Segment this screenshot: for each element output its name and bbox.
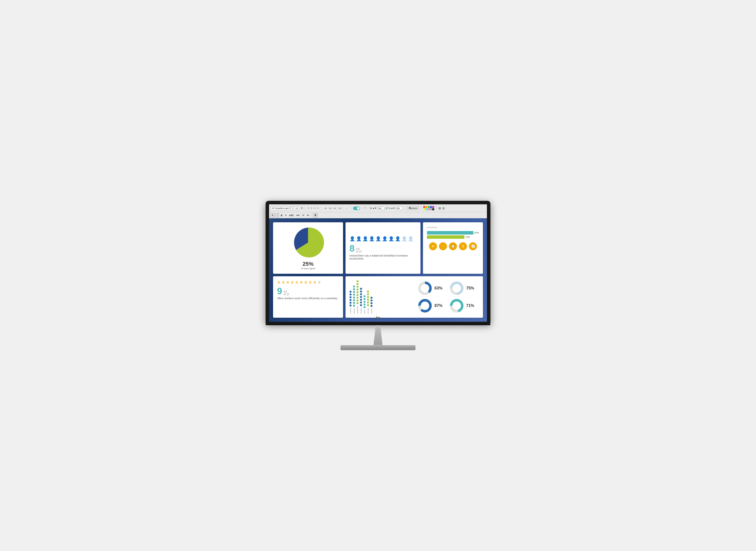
color-cell-gray[interactable] (430, 208, 432, 210)
abc-upper[interactable]: ABC (288, 214, 295, 217)
dot-col-wednesday: wednesday (357, 280, 359, 314)
dots-monday (350, 291, 352, 307)
color-cell-cyan[interactable] (425, 208, 427, 210)
copy-icon[interactable]: ⧉ (442, 206, 445, 210)
dot-donut-card: monday (346, 276, 483, 318)
donut-pct-71: 71% (466, 304, 474, 308)
workers-description: office workers work more efficiently on … (277, 297, 339, 300)
dollar-circle-icon[interactable]: $ (459, 242, 467, 250)
screen: 25% of users agree 👤 👤 👤 👤 👤 👤 👤 (269, 218, 487, 322)
align-right-button[interactable]: ≡ (314, 206, 316, 210)
chart-circle-icon[interactable]: 📈 (469, 242, 477, 250)
donut-svg-75 (449, 281, 464, 296)
color-grid[interactable] (423, 206, 434, 210)
opt-label2: Opt (338, 207, 342, 209)
dropdown-arrow-icon[interactable]: ▼ (289, 207, 291, 209)
color-cell-pink[interactable] (428, 208, 430, 210)
dots-thursday (360, 288, 362, 306)
align-center-button[interactable]: ≡ (310, 206, 313, 210)
dot (371, 300, 373, 302)
content-area: 25% of users agree 👤 👤 👤 👤 👤 👤 👤 (269, 218, 487, 322)
dot (357, 291, 359, 293)
monitor-icon-5: 🖥 (295, 280, 299, 284)
person-icon-6: 👤 (382, 236, 387, 241)
pie-chart-svg (292, 226, 324, 259)
donut-container-87 (417, 298, 432, 313)
person-icon-2: 👤 (356, 236, 362, 241)
gear-circle-icon[interactable]: ⚙ (429, 242, 437, 250)
donut-svg-63 (417, 281, 432, 296)
hp-logo: hp (376, 316, 380, 320)
pie-sublabel: of users agree (301, 267, 315, 270)
width-arrow[interactable]: ▲▼ (373, 207, 377, 209)
dot (353, 297, 355, 299)
dot (367, 299, 369, 301)
color-cell-red[interactable] (423, 206, 425, 208)
dot (353, 302, 355, 304)
dot (350, 291, 352, 293)
width-input[interactable]: Opt (377, 206, 384, 210)
workers-out: out (284, 290, 289, 293)
dot (353, 299, 355, 301)
align-justify-button[interactable]: ≡ (317, 206, 319, 210)
monitor-stand-base (341, 345, 415, 350)
italic-button[interactable]: I (276, 213, 279, 217)
toggle-switch[interactable] (353, 206, 360, 210)
monitor-bottom-bar (266, 324, 490, 325)
list-indent-button[interactable]: ≣ (313, 213, 318, 217)
outdent-button[interactable]: ⇤ (333, 206, 337, 210)
breakfast-stat-card: 👤 👤 👤 👤 👤 👤 👤 👤 👤 👤 8 (346, 222, 420, 274)
dot (360, 288, 362, 290)
monitor-icons-grid: 🖥 🖥 🖥 🖥 🖥 🖥 🖥 🖥 🖥 🖥 (277, 280, 339, 284)
indent-button[interactable]: ⇥ (324, 206, 327, 210)
dot (367, 296, 369, 298)
bar-teal-1 (427, 231, 473, 234)
donut-container-75 (449, 281, 464, 296)
dot (350, 305, 352, 307)
line-chart-icon[interactable]: 📈 (346, 207, 349, 209)
color-cell-yellow[interactable] (423, 208, 425, 210)
dots-wednesday (357, 280, 359, 304)
dot (353, 291, 355, 293)
subscript-btn[interactable]: A₂ (306, 214, 310, 216)
abc-lower[interactable]: abc (296, 214, 301, 216)
superscript-btn[interactable]: A² (302, 214, 305, 216)
arrow-circle-icon[interactable]: → (439, 242, 447, 250)
color-cell-purple[interactable] (432, 206, 434, 208)
align-left-button[interactable]: ≡ (307, 206, 310, 210)
color-cell-green[interactable] (428, 206, 430, 208)
bold-button[interactable]: B (271, 213, 275, 217)
height-arrow[interactable]: ▲▼ (391, 207, 395, 209)
color-cell-black[interactable] (432, 208, 434, 210)
font-small-a[interactable]: A (284, 214, 287, 216)
font-large-a[interactable]: A (280, 213, 283, 217)
monitor-icon-1: 🖥 (277, 280, 281, 284)
font-size-arrow[interactable]: ▼ (301, 207, 303, 209)
workers-of10: of 10 (284, 293, 289, 296)
dot (360, 299, 362, 301)
color-cell-orange[interactable] (425, 206, 427, 208)
donut-item-63: 63% (417, 280, 447, 296)
breakfast-out-of: out of 10 (356, 247, 362, 253)
donut-container-71 (449, 298, 464, 313)
picture-button[interactable]: 🖼 picture (407, 206, 419, 210)
monitor-icon-10: 🖥 (318, 280, 321, 284)
dot-label-monday: monday (350, 308, 351, 314)
font-size-input[interactable]: 12 (294, 206, 299, 210)
monitor-icon-7: 🖥 (304, 280, 308, 284)
people-icons-row: 👤 👤 👤 👤 👤 👤 👤 👤 👤 👤 (350, 236, 416, 241)
color-cell-blue[interactable] (430, 206, 432, 208)
dot-label-wednesday: wednesday (357, 306, 358, 314)
separator9 (436, 206, 436, 210)
separator-r2 (311, 213, 312, 217)
dot (364, 306, 366, 308)
height-input[interactable]: Opt (396, 206, 403, 210)
scatter-icon[interactable]: ⠿ (364, 207, 366, 209)
clipboard-circle-icon[interactable]: 📋 (449, 242, 457, 250)
dot-label-thursday: thursday (360, 308, 362, 314)
font-selector[interactable]: HP Simplified Light ▼ (271, 206, 292, 210)
dots-friday (364, 295, 366, 308)
dot-col-sunday: sunday (371, 297, 373, 314)
table-icon[interactable]: ⊞ (438, 206, 441, 210)
person-icon-5: 👤 (376, 236, 381, 241)
